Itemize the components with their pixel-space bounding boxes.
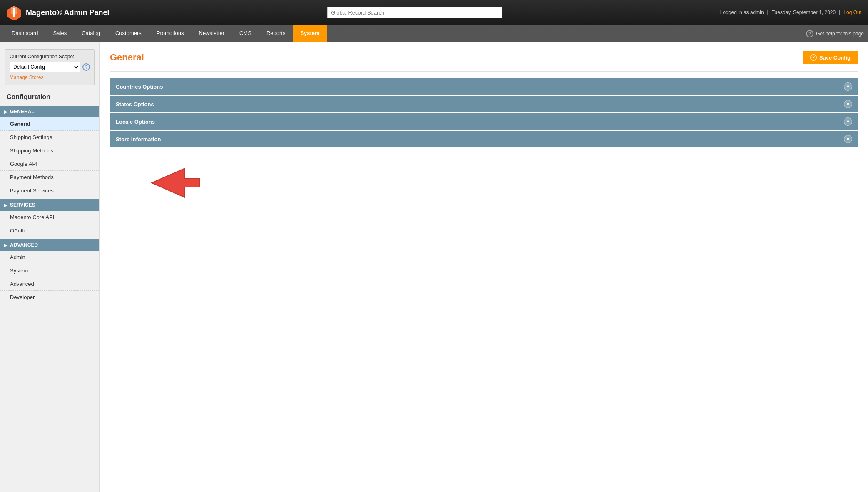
accordion-arrow-states: ▼ — [844, 100, 852, 108]
section-arrow-general: ▶ — [4, 110, 7, 114]
scope-select-row: Default Config ? — [10, 62, 90, 72]
header-right: Logged in as admin | Tuesday, September … — [720, 10, 861, 15]
nav-item-cms[interactable]: CMS — [232, 25, 259, 42]
accordion-locale-options[interactable]: Locale Options ▼ — [110, 113, 858, 130]
accordion-label-states: States Options — [116, 101, 154, 107]
sidebar-item-payment-services[interactable]: Payment Services — [0, 184, 99, 197]
sidebar-item-system[interactable]: System — [0, 264, 99, 277]
navbar: Dashboard Sales Catalog Customers Promot… — [0, 25, 868, 42]
sidebar-section-advanced[interactable]: ▶ ADVANCED — [0, 239, 99, 251]
sidebar-item-general[interactable]: General — [0, 117, 99, 131]
accordion-states-options[interactable]: States Options ▼ — [110, 96, 858, 112]
sidebar-item-shipping-settings[interactable]: Shipping Settings — [0, 131, 99, 144]
sidebar-item-google-api[interactable]: Google API — [0, 157, 99, 171]
nav-item-newsletter[interactable]: Newsletter — [192, 25, 232, 42]
content-header: General ✓ Save Config — [110, 51, 858, 64]
sidebar-item-advanced[interactable]: Advanced — [0, 277, 99, 291]
sidebar-section-advanced-items: Admin System Advanced Developer — [0, 251, 99, 304]
logo-text: Magento® Admin Panel — [26, 8, 109, 17]
sidebar-section-general-items: General Shipping Settings Shipping Metho… — [0, 117, 99, 197]
red-arrow-svg: 3 — [118, 164, 201, 202]
accordion-label-countries: Countries Options — [116, 84, 163, 90]
sidebar-config-title: Configuration — [0, 92, 99, 106]
section-label-advanced: ADVANCED — [10, 242, 38, 248]
save-config-label: Save Config — [819, 55, 851, 61]
sidebar-section-services-items: Magento Core API OAuth — [0, 211, 99, 237]
sidebar: Current Configuration Scope: Default Con… — [0, 42, 100, 492]
magento-logo-icon — [7, 5, 22, 20]
header: Magento® Admin Panel Logged in as admin … — [0, 0, 868, 25]
scope-help-icon[interactable]: ? — [82, 63, 90, 71]
svg-rect-2 — [13, 8, 15, 17]
save-icon: ✓ — [810, 54, 817, 61]
content-divider — [110, 71, 858, 72]
nav-item-reports[interactable]: Reports — [259, 25, 293, 42]
nav-item-dashboard[interactable]: Dashboard — [4, 25, 46, 42]
annotation-number: 3 — [160, 175, 168, 190]
logout-link[interactable]: Log Out — [843, 10, 861, 15]
help-icon: ? — [806, 30, 813, 37]
sidebar-item-shipping-methods[interactable]: Shipping Methods — [0, 144, 99, 157]
section-label-services: SERVICES — [10, 202, 35, 208]
page-title: General — [110, 52, 144, 63]
help-label: Get help for this page — [816, 31, 864, 37]
accordion-arrow-countries: ▼ — [844, 82, 852, 91]
main-layout: Current Configuration Scope: Default Con… — [0, 42, 868, 492]
scope-label: Current Configuration Scope: — [10, 54, 90, 60]
nav-item-promotions[interactable]: Promotions — [149, 25, 192, 42]
accordion-arrow-locale: ▼ — [844, 117, 852, 126]
sidebar-item-payment-methods[interactable]: Payment Methods — [0, 171, 99, 184]
nav-item-catalog[interactable]: Catalog — [74, 25, 108, 42]
accordion-countries-options[interactable]: Countries Options ▼ — [110, 78, 858, 95]
search-area — [116, 7, 714, 18]
sidebar-item-oauth[interactable]: OAuth — [0, 224, 99, 237]
nav-item-customers[interactable]: Customers — [108, 25, 149, 42]
save-config-button[interactable]: ✓ Save Config — [803, 51, 858, 64]
content-area: General ✓ Save Config Countries Options … — [100, 42, 868, 492]
section-label-general: GENERAL — [10, 109, 35, 115]
nav-item-sales[interactable]: Sales — [46, 25, 75, 42]
accordion-arrow-store: ▼ — [844, 135, 852, 143]
scope-box: Current Configuration Scope: Default Con… — [5, 49, 95, 85]
accordion-label-locale: Locale Options — [116, 119, 155, 125]
accordion-list: Countries Options ▼ States Options ▼ Loc… — [110, 78, 858, 147]
help-link[interactable]: ? Get help for this page — [806, 25, 864, 42]
nav-item-system[interactable]: System — [293, 25, 327, 42]
section-arrow-services: ▶ — [4, 203, 7, 207]
sidebar-item-magento-core-api[interactable]: Magento Core API — [0, 211, 99, 224]
section-arrow-advanced: ▶ — [4, 243, 7, 247]
sidebar-section-general[interactable]: ▶ GENERAL — [0, 106, 99, 117]
header-separator: | — [767, 10, 769, 15]
sidebar-item-admin[interactable]: Admin — [0, 251, 99, 264]
accordion-store-information[interactable]: Store Information ▼ — [110, 131, 858, 147]
scope-select[interactable]: Default Config — [10, 62, 80, 72]
manage-stores-link[interactable]: Manage Stores — [10, 75, 90, 80]
header-separator2: | — [839, 10, 840, 15]
sidebar-item-developer[interactable]: Developer — [0, 291, 99, 304]
date-text: Tuesday, September 1, 2020 — [772, 10, 836, 15]
accordion-label-store: Store Information — [116, 136, 161, 142]
logo-area: Magento® Admin Panel — [7, 5, 109, 20]
arrow-annotation: 3 — [118, 164, 193, 206]
search-input[interactable] — [327, 7, 502, 18]
logged-in-text: Logged in as admin — [720, 10, 764, 15]
sidebar-section-services[interactable]: ▶ SERVICES — [0, 199, 99, 211]
svg-marker-3 — [152, 168, 199, 197]
